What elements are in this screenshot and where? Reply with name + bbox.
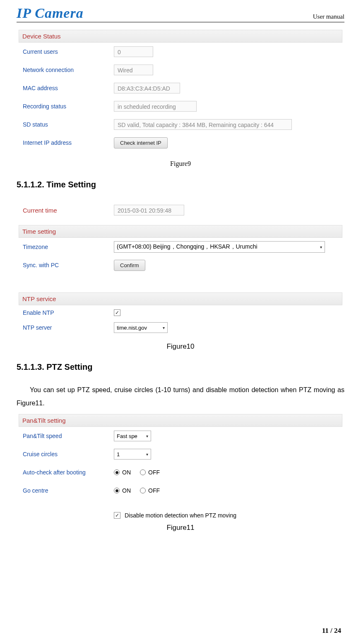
figure10-caption: Figure10 <box>17 342 344 351</box>
go-off-label: OFF <box>148 487 160 494</box>
row-ip: Internet IP address Check internet IP <box>19 134 342 152</box>
row-sd: SD status SD valid, Total capacity : 384… <box>19 115 342 134</box>
auto-off-label: OFF <box>148 469 160 476</box>
timezone-value: (GMT+08:00) Beijing，Chongqing，HKSAR，Urum… <box>117 243 258 251</box>
ntp-enable-checkbox[interactable]: ✓ <box>114 309 120 316</box>
label-ntp-server: NTP server <box>19 324 114 331</box>
ntp-title: NTP service <box>19 292 342 305</box>
figure11-caption: Figure11 <box>17 524 344 532</box>
current-time-title: Current time <box>19 207 114 214</box>
chevron-down-icon: ▾ <box>146 452 148 457</box>
cruise-value: 1 <box>117 451 120 457</box>
auto-on-radio[interactable] <box>114 469 120 475</box>
label-auto: Auto-check after booting <box>19 469 114 476</box>
auto-off-radio[interactable] <box>140 469 146 475</box>
device-status-panel: Device Status Current users 0 Network co… <box>19 30 342 152</box>
value-recording: in scheduled recording <box>114 101 197 112</box>
auto-on-label: ON <box>122 469 131 476</box>
label-sd: SD status <box>19 121 114 128</box>
row-speed: Pan&Tilt speed Fast spe ▾ <box>19 427 342 445</box>
row-go: Go centre ON OFF <box>19 481 342 500</box>
ntp-server-select[interactable]: time.nist.gov ▾ <box>114 322 168 333</box>
cruise-select[interactable]: 1 ▾ <box>114 449 151 460</box>
chevron-down-icon: ▾ <box>146 434 148 438</box>
speed-value: Fast spe <box>117 433 137 439</box>
device-status-title: Device Status <box>19 30 342 43</box>
section-time-setting-heading: 5.1.1.2. Time Setting <box>17 180 344 189</box>
device-status-screenshot: Device Status Current users 0 Network co… <box>17 30 344 152</box>
row-ntp-server: NTP server time.nist.gov ▾ <box>19 320 342 335</box>
ptz-body-text: You can set up PTZ speed, cruise circles… <box>17 383 344 410</box>
row-sync: Sync. with PC Confirm <box>19 256 342 274</box>
section-ptz-heading: 5.1.1.3. PTZ Setting <box>17 362 344 372</box>
label-ip: Internet IP address <box>19 139 114 146</box>
label-timezone: Timezone <box>19 244 114 250</box>
label-network: Network connection <box>19 67 114 73</box>
page-number: 11 / 24 <box>322 627 341 635</box>
time-setting-title: Time setting <box>19 225 342 238</box>
label-ntp-enable: Enable NTP <box>19 309 114 316</box>
row-recording: Recording status in scheduled recording <box>19 97 342 115</box>
page-header: IP Camera User manual <box>17 0 344 22</box>
label-speed: Pan&Tilt speed <box>19 433 114 439</box>
row-disable-motion: ✓ Disable motion detection when PTZ movi… <box>19 512 342 519</box>
check-ip-button[interactable]: Check internet IP <box>114 137 168 148</box>
speed-select[interactable]: Fast spe ▾ <box>114 431 151 441</box>
go-on-radio[interactable] <box>114 488 120 493</box>
logo: IP Camera <box>17 6 84 20</box>
value-current-time: 2015-03-01 20:59:48 <box>114 205 184 215</box>
row-network: Network connection Wired <box>19 61 342 79</box>
label-current-users: Current users <box>19 48 114 55</box>
row-current-users: Current users 0 <box>19 43 342 61</box>
label-mac: MAC address <box>19 85 114 91</box>
label-go: Go centre <box>19 487 114 494</box>
chevron-down-icon: ▾ <box>163 326 165 330</box>
label-recording: Recording status <box>19 103 114 110</box>
row-timezone: Timezone (GMT+08:00) Beijing，Chongqing，H… <box>19 238 342 256</box>
go-off-radio[interactable] <box>140 488 146 493</box>
go-on-label: ON <box>122 487 131 494</box>
ntp-server-value: time.nist.gov <box>117 325 147 331</box>
header-right-text: User manual <box>313 13 344 20</box>
row-current-time: Current time 2015-03-01 20:59:48 <box>19 201 342 219</box>
value-sd: SD valid, Total capacity : 3844 MB, Rema… <box>114 119 292 130</box>
disable-motion-label: Disable motion detection when PTZ moving <box>125 512 236 519</box>
confirm-button[interactable]: Confirm <box>114 260 145 271</box>
row-mac: MAC address D8:A3:C3:A4:D5:AD <box>19 79 342 97</box>
go-radio-group: ON OFF <box>114 487 167 494</box>
row-ntp-enable: Enable NTP ✓ <box>19 305 342 320</box>
ptz-title: Pan&Tilt setting <box>19 414 342 427</box>
chevron-down-icon: ▾ <box>320 245 322 249</box>
figure9-caption: Figure9 <box>17 160 344 168</box>
timezone-select[interactable]: (GMT+08:00) Beijing，Chongqing，HKSAR，Urum… <box>114 241 325 253</box>
time-setting-screenshot: Current time 2015-03-01 20:59:48 Time se… <box>17 201 344 335</box>
disable-motion-checkbox[interactable]: ✓ <box>114 512 120 519</box>
value-current-users: 0 <box>114 46 153 57</box>
value-mac: D8:A3:C3:A4:D5:AD <box>114 83 180 93</box>
row-auto: Auto-check after booting ON OFF <box>19 463 342 481</box>
value-network: Wired <box>114 65 153 75</box>
row-cruise: Cruise circles 1 ▾ <box>19 445 342 463</box>
auto-radio-group: ON OFF <box>114 469 167 476</box>
label-cruise: Cruise circles <box>19 451 114 457</box>
ptz-screenshot: Pan&Tilt setting Pan&Tilt speed Fast spe… <box>17 414 344 519</box>
label-sync: Sync. with PC <box>19 262 114 268</box>
